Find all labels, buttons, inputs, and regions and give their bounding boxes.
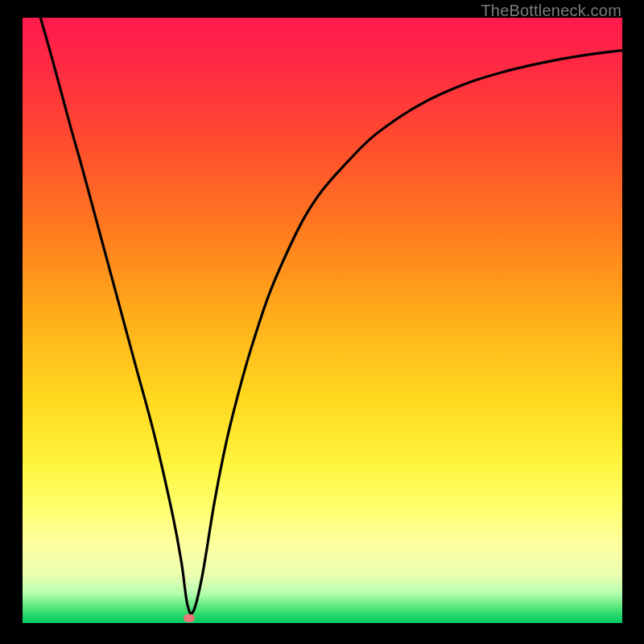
chart-curve-path	[40, 18, 622, 613]
chart-frame	[23, 18, 622, 623]
chart-curve-svg	[23, 18, 622, 623]
trough-marker	[184, 614, 195, 622]
